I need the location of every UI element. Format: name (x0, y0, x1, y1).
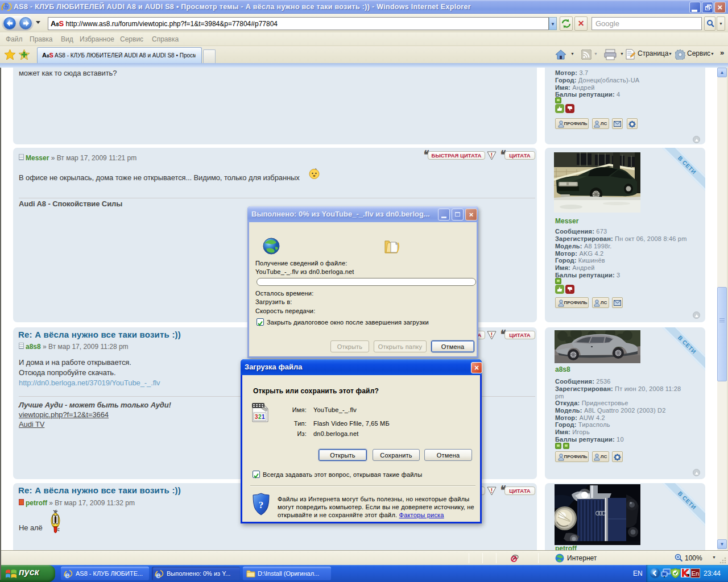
svg-text:!: ! (491, 152, 493, 159)
svg-text:!: ! (491, 488, 493, 494)
svg-text:?: ? (259, 500, 264, 510)
svg-text:!: ! (491, 332, 493, 338)
svg-text:1: 1 (262, 414, 265, 420)
